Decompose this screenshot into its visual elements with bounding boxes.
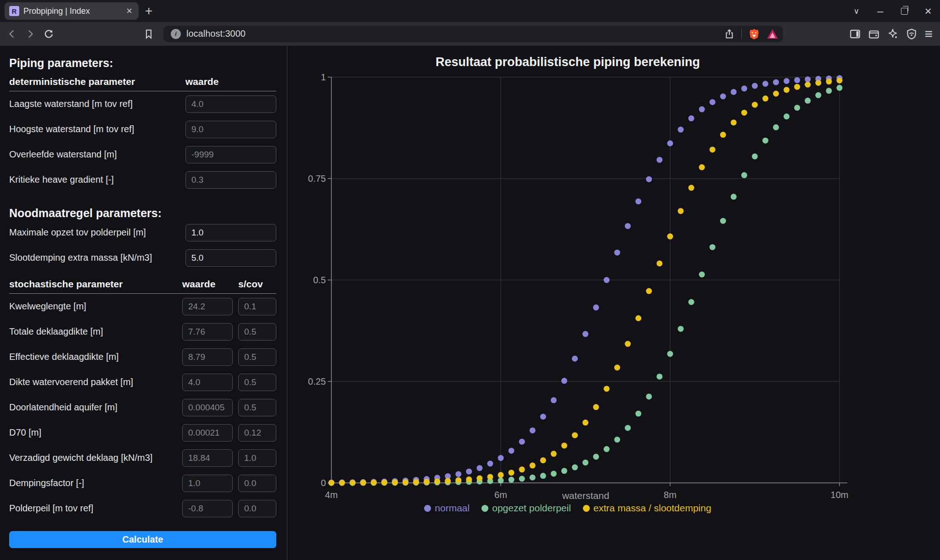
tab-title: Probpiping | Index bbox=[23, 6, 124, 16]
brave-lion-icon[interactable] bbox=[748, 28, 760, 40]
brave-rewards-icon[interactable] bbox=[767, 28, 778, 40]
param-label: D70 [m] bbox=[9, 427, 182, 438]
reload-icon bbox=[43, 28, 54, 39]
legend-dot-icon bbox=[481, 505, 488, 512]
calculate-button[interactable]: Calculate bbox=[9, 531, 276, 548]
maximale-opzet-input[interactable] bbox=[185, 224, 276, 241]
new-tab-button[interactable]: + bbox=[145, 5, 152, 17]
col-deterministische-parameter: deterministische parameter bbox=[9, 76, 185, 87]
url-text[interactable]: localhost:3000 bbox=[186, 28, 724, 39]
leo-ai-icon[interactable] bbox=[887, 28, 899, 40]
dikte-watervoerend-pakket-waarde-input[interactable] bbox=[182, 374, 233, 391]
page-content: Piping parameters: deterministische para… bbox=[0, 46, 940, 560]
hoogste-waterstand-input[interactable] bbox=[185, 121, 276, 138]
toolbar-right-icons: ≡ bbox=[849, 27, 933, 41]
totale-deklaagdikte-waarde-input[interactable] bbox=[182, 323, 233, 341]
d70-waarde-input[interactable] bbox=[182, 424, 233, 442]
legend-item-normaal: normaal bbox=[424, 503, 470, 514]
x-tick-label: 8m bbox=[664, 490, 677, 500]
param-row: Dempingsfactor [-] bbox=[9, 470, 276, 496]
param-row: Verzadigd gewicht deklaag [kN/m3] bbox=[9, 445, 276, 470]
site-info-icon[interactable]: i bbox=[171, 29, 181, 39]
shield-vpn-icon[interactable] bbox=[906, 28, 918, 40]
address-bar[interactable]: i localhost:3000 bbox=[163, 26, 783, 42]
dempingsfactor-scov-input[interactable] bbox=[238, 475, 276, 492]
verzadigd-gewicht-deklaag-scov-input[interactable] bbox=[238, 449, 276, 467]
forward-icon bbox=[25, 28, 36, 39]
tab-close-icon[interactable]: × bbox=[124, 6, 134, 16]
effectieve-deklaagdikte-scov-input[interactable] bbox=[238, 348, 276, 366]
doorlatendheid-aquifer-scov-input[interactable] bbox=[238, 399, 276, 416]
slootdemping-extra-massa-input[interactable] bbox=[185, 249, 276, 267]
d70-scov-input[interactable] bbox=[238, 424, 276, 442]
col-waarde: waarde bbox=[185, 76, 276, 87]
legend-dot-icon bbox=[583, 505, 590, 512]
polderpeil-scov-input[interactable] bbox=[238, 500, 276, 517]
forward-button[interactable] bbox=[21, 28, 39, 39]
col-waarde: waarde bbox=[182, 279, 233, 290]
param-row: Effectieve deklaagdikte [m] bbox=[9, 344, 276, 370]
x-tick-label: 6m bbox=[494, 490, 507, 500]
menu-icon[interactable]: ≡ bbox=[924, 27, 933, 41]
chart-area: Resultaat probabilistische piping bereke… bbox=[287, 46, 940, 560]
wallet-icon[interactable] bbox=[868, 28, 880, 40]
browser-tab[interactable]: R Probpiping | Index × bbox=[5, 2, 139, 20]
legend-item-extra-massa: extra massa / slootdemping bbox=[583, 503, 711, 514]
doorlatendheid-aquifer-waarde-input[interactable] bbox=[182, 399, 233, 416]
param-label: Polderpeil [m tov ref] bbox=[9, 503, 182, 514]
x-tick-label: 4m bbox=[325, 490, 338, 500]
reload-button[interactable] bbox=[39, 28, 58, 39]
favicon: R bbox=[9, 6, 19, 16]
tab-bar: R Probpiping | Index × + ∨ – × bbox=[0, 0, 940, 22]
legend-dot-icon bbox=[424, 505, 431, 512]
legend-label: extra massa / slootdemping bbox=[593, 503, 711, 514]
bookmark-button[interactable] bbox=[140, 28, 158, 39]
param-row: Overleefde waterstand [m] bbox=[9, 142, 276, 167]
param-label: Slootdemping extra massa [kN/m3] bbox=[9, 252, 185, 263]
param-label: Doorlatendheid aquifer [m] bbox=[9, 402, 182, 413]
kritieke-heave-gradient-input[interactable] bbox=[185, 171, 276, 189]
dempingsfactor-waarde-input[interactable] bbox=[182, 475, 233, 492]
back-button[interactable] bbox=[3, 28, 21, 39]
param-label: Kwelweglengte [m] bbox=[9, 301, 182, 312]
restore-button[interactable] bbox=[892, 0, 916, 22]
param-label: Laagste waterstand [m tov ref] bbox=[9, 99, 185, 109]
y-tick-label: 1 bbox=[321, 72, 326, 82]
param-label: Overleefde waterstand [m] bbox=[9, 149, 185, 160]
x-axis-label: waterstand bbox=[562, 490, 610, 501]
y-tick-label: 0.25 bbox=[308, 376, 326, 386]
bookmark-icon bbox=[143, 28, 154, 39]
param-row: Polderpeil [m tov ref] bbox=[9, 496, 276, 521]
laagste-waterstand-input[interactable] bbox=[185, 95, 276, 113]
y-tick-label: 0 bbox=[321, 478, 326, 488]
kwelweglengte-waarde-input[interactable] bbox=[182, 298, 233, 315]
kwelweglengte-scov-input[interactable] bbox=[238, 298, 276, 315]
param-row: Slootdemping extra massa [kN/m3] bbox=[9, 245, 276, 270]
x-tick-label: 10m bbox=[831, 490, 848, 500]
param-row: D70 [m] bbox=[9, 420, 276, 445]
param-label: Maximale opzet tov polderpeil [m] bbox=[9, 227, 185, 238]
search-tabs-icon[interactable]: ∨ bbox=[845, 0, 868, 22]
close-window-button[interactable]: × bbox=[916, 0, 940, 22]
chart-title: Resultaat probabilistische piping bereke… bbox=[436, 55, 700, 69]
param-row: Dikte watervoerend pakket [m] bbox=[9, 370, 276, 395]
dikte-watervoerend-pakket-scov-input[interactable] bbox=[238, 374, 276, 391]
minimize-button[interactable]: – bbox=[868, 0, 892, 22]
param-label: Hoogste waterstand [m tov ref] bbox=[9, 124, 185, 134]
deterministic-table-header: deterministische parameter waarde bbox=[9, 76, 276, 91]
verzadigd-gewicht-deklaag-waarde-input[interactable] bbox=[182, 449, 233, 467]
polderpeil-waarde-input[interactable] bbox=[182, 500, 233, 517]
window-controls: ∨ – × bbox=[845, 0, 940, 22]
effectieve-deklaagdikte-waarde-input[interactable] bbox=[182, 348, 233, 366]
stochastic-table-header: stochastische parameter waarde s/cov bbox=[9, 279, 276, 294]
share-icon[interactable] bbox=[724, 28, 735, 39]
legend-label: normaal bbox=[435, 503, 470, 514]
split-view-icon[interactable] bbox=[849, 28, 861, 40]
restore-icon bbox=[901, 8, 908, 15]
back-icon bbox=[6, 28, 17, 39]
legend-item-opgezet-polderpeil: opgezet polderpeil bbox=[481, 503, 571, 514]
col-scov: s/cov bbox=[238, 279, 276, 290]
overleefde-waterstand-input[interactable] bbox=[185, 146, 276, 163]
parameters-panel: Piping parameters: deterministische para… bbox=[0, 46, 287, 560]
totale-deklaagdikte-scov-input[interactable] bbox=[238, 323, 276, 341]
